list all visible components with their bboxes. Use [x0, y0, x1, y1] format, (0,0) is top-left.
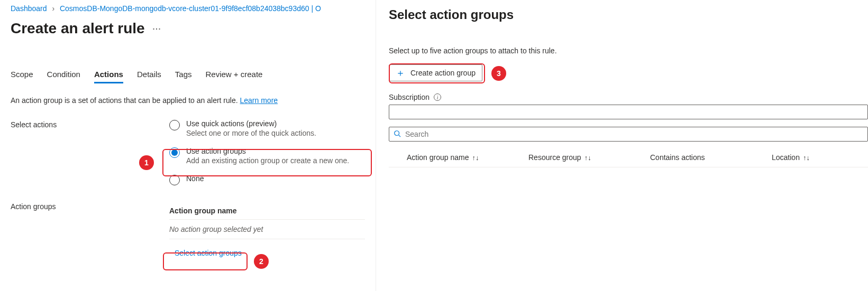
radio-icon — [169, 147, 180, 158]
tabs: Scope Condition Actions Details Tags Rev… — [11, 70, 365, 83]
search-icon — [394, 130, 401, 139]
column-label: Contains actions — [650, 153, 705, 162]
search-box[interactable] — [389, 127, 868, 142]
tab-review-create[interactable]: Review + create — [206, 70, 263, 83]
create-action-group-label: Create action group — [410, 69, 476, 77]
tab-condition[interactable]: Condition — [47, 70, 80, 83]
subscription-label-text: Subscription — [389, 93, 430, 101]
column-label: Location — [772, 153, 800, 162]
subscription-label: Subscription i — [389, 93, 868, 101]
column-label: Action group name — [407, 153, 469, 162]
radio-desc: Add an existing action group or create a… — [186, 156, 349, 165]
search-input[interactable] — [405, 130, 863, 138]
subscription-dropdown[interactable] — [389, 105, 868, 119]
create-action-group-button[interactable]: ＋ Create action group — [389, 64, 482, 81]
info-icon[interactable]: i — [434, 93, 441, 101]
column-label: Resource group — [528, 153, 581, 162]
radio-label: Use quick actions (preview) — [186, 119, 316, 128]
action-group-name-header: Action group name — [169, 201, 365, 220]
tab-actions[interactable]: Actions — [94, 70, 123, 83]
radio-group-actions: Use quick actions (preview) Select one o… — [169, 119, 365, 185]
column-contains-actions[interactable]: Contains actions — [650, 153, 772, 162]
grid-header: Action group name ↑↓ Resource group ↑↓ C… — [389, 151, 868, 167]
more-menu-icon[interactable]: ··· — [152, 23, 161, 36]
tab-details[interactable]: Details — [137, 70, 161, 83]
radio-action-groups[interactable]: Use action groups Add an existing action… — [169, 147, 365, 165]
radio-label: None — [186, 174, 204, 183]
breadcrumb: Dashboard › CosmosDB-MongoDB-mongodb-vco… — [11, 4, 365, 13]
plus-icon: ＋ — [396, 68, 405, 78]
tab-description: An action group is a set of actions that… — [11, 96, 365, 105]
column-action-group-name[interactable]: Action group name ↑↓ — [407, 153, 528, 162]
sort-icon: ↑↓ — [472, 154, 479, 162]
annotation-badge-3: 3 — [491, 66, 506, 81]
radio-none[interactable]: None — [169, 174, 365, 185]
description-text: An action group is a set of actions that… — [11, 96, 238, 105]
page-title: Create an alert rule — [11, 20, 145, 37]
svg-point-0 — [395, 130, 399, 135]
annotation-badge-2: 2 — [254, 254, 269, 269]
learn-more-link[interactable]: Learn more — [240, 96, 278, 105]
select-actions-label: Select actions — [11, 119, 169, 129]
sort-icon: ↑↓ — [803, 154, 810, 162]
action-group-empty-text: No action group selected yet — [169, 220, 365, 239]
radio-desc: Select one or more of the quick actions. — [186, 129, 316, 137]
tab-scope[interactable]: Scope — [11, 70, 33, 83]
action-groups-label: Action groups — [11, 201, 169, 211]
sort-icon: ↑↓ — [584, 154, 591, 162]
column-resource-group[interactable]: Resource group ↑↓ — [528, 153, 650, 162]
panel-description: Select up to five action groups to attac… — [389, 46, 868, 55]
radio-label: Use action groups — [186, 147, 349, 155]
breadcrumb-separator: › — [52, 4, 54, 13]
radio-icon — [169, 175, 180, 185]
breadcrumb-link-resource[interactable]: CosmosDB-MongoDB-mongodb-vcore-cluster01… — [60, 4, 321, 13]
panel-title: Select action groups — [389, 7, 868, 22]
tab-tags[interactable]: Tags — [175, 70, 192, 83]
annotation-badge-1: 1 — [139, 155, 154, 170]
svg-line-1 — [399, 135, 401, 137]
radio-quick-actions[interactable]: Use quick actions (preview) Select one o… — [169, 119, 365, 137]
column-location[interactable]: Location ↑↓ — [772, 153, 868, 162]
select-action-groups-link[interactable]: Select action groups — [169, 246, 247, 260]
breadcrumb-link-dashboard[interactable]: Dashboard — [11, 4, 47, 13]
radio-icon — [169, 120, 180, 130]
